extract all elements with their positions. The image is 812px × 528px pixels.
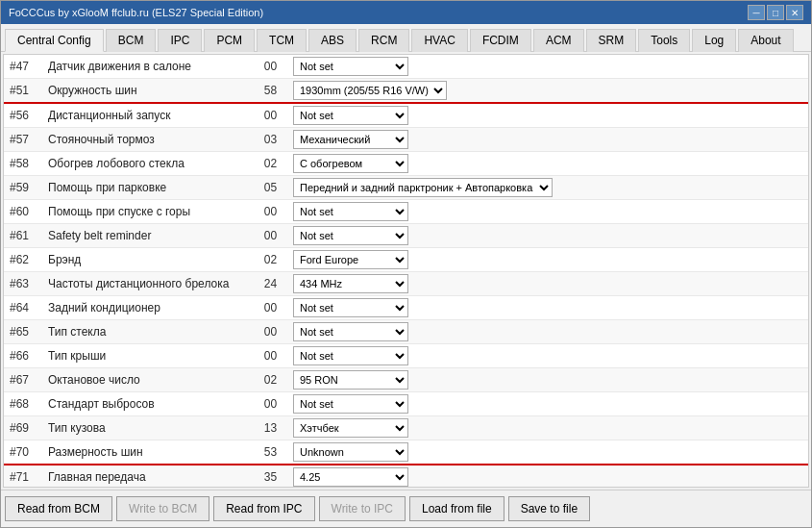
tab-hvac[interactable]: HVAC [411,29,467,52]
row-value: 00 [254,392,287,416]
table-row: #71Главная передача354.25 [4,465,808,487]
row-number: #64 [4,296,42,320]
setting-select[interactable]: Передний и задний парктроник + Автопарко… [293,178,553,197]
table-row: #68Стандарт выбросов00Not set [4,392,808,416]
row-value: 05 [254,176,287,200]
table-row: #59Помощь при парковке05Передний и задни… [4,176,808,200]
table-scroll[interactable]: #47Датчик движения в салоне00Not set#51О… [4,55,808,487]
row-number: #62 [4,248,42,272]
tab-srm[interactable]: SRM [586,29,637,52]
read-ipc-button[interactable]: Read from IPC [213,496,314,521]
row-setting[interactable]: Not set [287,55,808,79]
close-button[interactable]: ✕ [786,5,803,20]
setting-select[interactable]: Хэтчбек [293,418,408,438]
row-name: Размерность шин [42,440,254,465]
row-setting[interactable]: 434 MHz [287,272,808,296]
save-file-button[interactable]: Save to file [508,496,590,521]
row-setting[interactable]: С обогревом [287,152,808,176]
setting-select[interactable]: 1930mm (205/55 R16 V/W) [293,81,447,100]
setting-select[interactable]: С обогревом [293,154,408,173]
main-window: FoCCCus by xGlooM ffclub.ru (ELS27 Speci… [0,0,812,528]
row-setting[interactable]: Not set [287,224,808,248]
row-name: Тип кузова [42,416,254,440]
tab-tcm[interactable]: TCM [257,29,307,52]
row-name: Задний кондиционер [42,296,254,320]
row-value: 00 [254,55,287,79]
tab-rcm[interactable]: RCM [358,29,409,52]
row-setting[interactable]: Unknown [287,440,808,465]
row-name: Обогрев лобового стекла [42,152,254,176]
setting-select[interactable]: Not set [293,106,408,125]
row-number: #56 [4,103,42,128]
tab-pcm[interactable]: PCM [204,29,255,52]
row-number: #67 [4,368,42,392]
row-value: 00 [254,103,287,128]
tab-about[interactable]: About [738,29,793,52]
table-row: #61Safety belt reminder00Not set [4,224,808,248]
row-number: #65 [4,320,42,344]
row-setting[interactable]: Not set [287,392,808,416]
row-value: 00 [254,296,287,320]
setting-select[interactable]: 95 RON [293,370,408,390]
setting-select[interactable]: Not set [293,346,408,365]
setting-select[interactable]: Механический [293,130,408,149]
row-number: #68 [4,392,42,416]
row-name: Брэнд [42,248,254,272]
setting-select[interactable]: Not set [293,226,408,245]
setting-select[interactable]: Not set [293,322,408,341]
tab-ipc[interactable]: IPC [158,29,202,52]
tab-acm[interactable]: ACM [533,29,584,52]
tab-log[interactable]: Log [692,29,736,52]
row-setting[interactable]: Хэтчбек [287,416,808,440]
row-setting[interactable]: Механический [287,128,808,152]
load-file-button[interactable]: Load from file [409,496,504,521]
settings-table: #47Датчик движения в салоне00Not set#51О… [4,55,808,487]
table-row: #70Размерность шин53Unknown [4,440,808,465]
row-setting[interactable]: Not set [287,296,808,320]
row-value: 03 [254,128,287,152]
row-setting[interactable]: Передний и задний парктроник + Автопарко… [287,176,808,200]
setting-select[interactable]: Not set [293,298,408,317]
setting-select[interactable]: Unknown [293,442,408,462]
row-name: Частоты дистанционного брелока [42,272,254,296]
table-row: #63Частоты дистанционного брелока24434 M… [4,272,808,296]
row-setting[interactable]: 1930mm (205/55 R16 V/W) [287,79,808,104]
setting-select[interactable]: Ford Europe [293,250,408,269]
write-ipc-button[interactable]: Write to IPC [319,496,406,521]
row-name: Датчик движения в салоне [42,55,254,79]
row-setting[interactable]: 4.25 [287,465,808,487]
row-setting[interactable]: Not set [287,344,808,368]
tab-tools[interactable]: Tools [638,29,690,52]
tab-bcm[interactable]: BCM [106,29,157,52]
row-value: 00 [254,200,287,224]
setting-select[interactable]: 434 MHz [293,274,408,293]
row-setting[interactable]: 95 RON [287,368,808,392]
row-setting[interactable]: Not set [287,320,808,344]
row-setting[interactable]: Not set [287,200,808,224]
row-name: Октановое число [42,368,254,392]
tab-central-config[interactable]: Central Config [5,29,104,52]
tab-abs[interactable]: ABS [308,29,357,52]
setting-select[interactable]: Not set [293,57,408,76]
row-number: #47 [4,55,42,79]
setting-select[interactable]: Not set [293,394,408,414]
table-row: #64Задний кондиционер00Not set [4,296,808,320]
table-row: #65Тип стекла00Not set [4,320,808,344]
setting-select[interactable]: 4.25 [293,467,408,487]
row-setting[interactable]: Not set [287,103,808,128]
tab-fcdim[interactable]: FCDIM [470,29,531,52]
row-number: #63 [4,272,42,296]
read-bcm-button[interactable]: Read from BCM [5,496,112,521]
write-bcm-button[interactable]: Write to BCM [116,496,209,521]
row-value: 02 [254,152,287,176]
row-setting[interactable]: Ford Europe [287,248,808,272]
row-value: 35 [254,465,287,487]
setting-select[interactable]: Not set [293,202,408,221]
row-number: #58 [4,152,42,176]
minimize-button[interactable]: ─ [748,5,765,20]
maximize-button[interactable]: □ [767,5,784,20]
row-name: Главная передача [42,465,254,487]
table-row: #66Тип крыши00Not set [4,344,808,368]
row-name: Помощь при парковке [42,176,254,200]
row-value: 00 [254,344,287,368]
